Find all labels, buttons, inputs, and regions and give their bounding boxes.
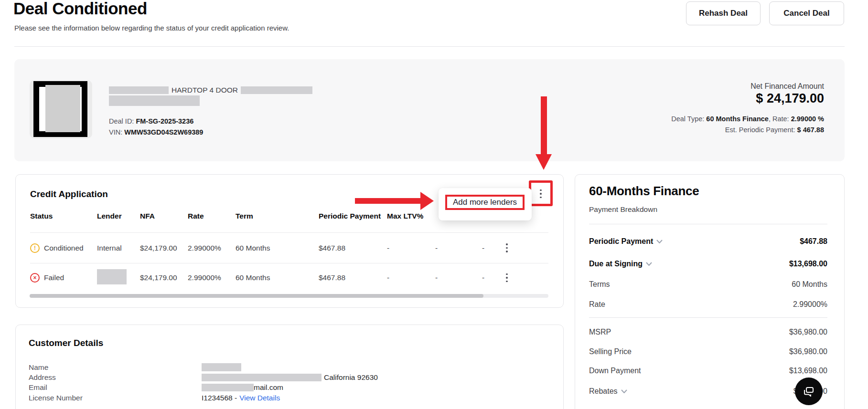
- horizontal-scrollbar-thumb[interactable]: [30, 294, 483, 298]
- license-number-label: License Number: [29, 394, 83, 402]
- table-row: ! Conditioned Internal $24,179.00 2.9900…: [30, 233, 511, 263]
- finance-row-label: Down Payment: [589, 367, 641, 375]
- finance-row-label: MSRP: [589, 328, 611, 336]
- est-periodic-line: Est. Periodic Payment: $ 467.88: [725, 126, 824, 134]
- due-at-signing-expander[interactable]: Due at Signing: [589, 260, 652, 268]
- finance-panel-subtitle: Payment Breakdown: [589, 205, 657, 214]
- finance-divider: [589, 317, 827, 318]
- net-financed-amount: $ 24,179.00: [756, 91, 824, 106]
- vin-label: VIN:: [109, 128, 122, 136]
- periodic-payment-cell: $467.88: [319, 244, 387, 252]
- finance-row-label: Rebates: [589, 387, 618, 396]
- annotation-box-kebab: [529, 180, 553, 206]
- error-icon: ×: [30, 273, 40, 283]
- redacted-vehicle-subtitle: [109, 95, 200, 106]
- est-periodic-value: $ 467.88: [797, 126, 824, 134]
- redacted-vehicle-trim: [241, 86, 312, 94]
- chevron-down-icon: [621, 389, 627, 393]
- column-header-periodic-payment: Periodic Payment: [319, 212, 387, 220]
- redacted-lender-name: [97, 269, 127, 284]
- finance-row-value: $13,698.00: [789, 367, 827, 375]
- address-label: Address: [29, 373, 56, 382]
- rebates-expander[interactable]: Rebates: [589, 387, 627, 396]
- table-kebab-menu-icon[interactable]: [536, 187, 545, 200]
- annotation-arrow-right-head: [420, 192, 434, 210]
- nfa-cell: $24,179.00: [140, 244, 188, 252]
- finance-row-value: 60 Months: [792, 280, 827, 289]
- deal-type-line: Deal Type: 60 Months Finance, Rate: 2.99…: [671, 115, 824, 123]
- row-kebab-menu-icon[interactable]: [503, 271, 511, 284]
- deal-id-label: Deal ID:: [109, 117, 134, 125]
- column-header-status: Status: [30, 212, 97, 220]
- view-details-link[interactable]: View Details: [239, 394, 280, 402]
- lender-cell: [97, 269, 140, 286]
- redacted-vehicle-image: [45, 85, 80, 132]
- status-text: Failed: [44, 273, 64, 282]
- deal-id-line: Deal ID: FM-SG-2025-3236: [109, 117, 193, 125]
- page-subtitle: Please see the information below regardi…: [14, 24, 289, 32]
- redacted-name: [202, 363, 241, 371]
- finance-row-rate: Rate 2.99000%: [589, 299, 827, 310]
- email-suffix-text: mail.com: [254, 383, 283, 392]
- chevron-down-icon: [646, 262, 652, 266]
- deal-summary-card: [14, 59, 845, 161]
- column-header-nfa: NFA: [140, 212, 188, 220]
- finance-row-rebates: Rebates $1,000.00: [589, 386, 827, 397]
- finance-row-due-at-signing: Due at Signing $13,698.00: [589, 258, 827, 270]
- empty-cell: -: [435, 273, 482, 282]
- max-ltv-cell: -: [387, 273, 435, 282]
- lender-cell: Internal: [97, 244, 140, 252]
- deal-conditioned-page: Deal Conditioned Please see the informat…: [0, 0, 868, 409]
- empty-cell: -: [482, 273, 503, 282]
- rate-value: 2.99000 %: [791, 115, 824, 123]
- warning-icon: !: [30, 243, 40, 253]
- email-label: Email: [29, 383, 47, 392]
- rate-cell: 2.99000%: [188, 244, 236, 252]
- finance-row-label: Periodic Payment: [589, 237, 653, 246]
- status-cell: × Failed: [30, 273, 97, 283]
- finance-row-label: Rate: [589, 300, 605, 309]
- add-more-lenders-menu-item[interactable]: Add more lenders: [445, 195, 525, 210]
- status-text: Conditioned: [44, 244, 84, 252]
- nfa-cell: $24,179.00: [140, 273, 188, 282]
- address-suffix-text: California 92630: [324, 373, 378, 382]
- redacted-vehicle-make: [109, 86, 169, 94]
- chevron-down-icon: [656, 240, 663, 243]
- term-cell: 60 Months: [236, 273, 319, 282]
- annotation-arrow-down-head: [536, 154, 552, 170]
- table-row: × Failed $24,179.00 2.99000% 60 Months $…: [30, 263, 511, 292]
- deal-type-label: Deal Type:: [671, 115, 704, 123]
- empty-cell: -: [482, 244, 503, 252]
- chat-icon: [803, 385, 815, 398]
- header-divider: [14, 46, 845, 47]
- email-value: mail.com: [202, 383, 283, 392]
- chat-button[interactable]: [795, 378, 823, 405]
- max-ltv-cell: -: [387, 244, 435, 252]
- credit-application-title: Credit Application: [30, 189, 108, 199]
- finance-row-selling-price: Selling Price $36,980.00: [589, 346, 827, 357]
- vehicle-title-text: HARDTOP 4 DOOR: [171, 86, 238, 94]
- column-header-rate: Rate: [188, 212, 236, 220]
- finance-row-label: Selling Price: [589, 347, 632, 356]
- name-label: Name: [29, 363, 48, 372]
- finance-row-label: Terms: [589, 280, 610, 289]
- periodic-payment-expander[interactable]: Periodic Payment: [589, 237, 663, 246]
- term-cell: 60 Months: [236, 244, 319, 252]
- net-financed-label: Net Financed Amount: [750, 82, 824, 91]
- column-header-lender: Lender: [97, 212, 140, 220]
- customer-details-title: Customer Details: [29, 338, 103, 348]
- finance-row-value: $467.88: [800, 237, 827, 246]
- finance-row-periodic-payment: Periodic Payment $467.88: [589, 236, 827, 247]
- vin-value: WMW53GD04S2W69389: [124, 128, 203, 136]
- address-value: California 92630: [202, 373, 378, 382]
- customer-details-card: [15, 325, 564, 409]
- license-number-text: I1234568 -: [202, 394, 237, 402]
- license-value: I1234568 - View Details: [202, 394, 280, 402]
- credit-table-header: Status Lender NFA Rate Term Periodic Pay…: [30, 209, 435, 224]
- cancel-deal-button[interactable]: Cancel Deal: [769, 1, 844, 25]
- lenders-menu-popup: Add more lenders: [439, 188, 532, 220]
- annotation-arrow-down: [541, 96, 547, 154]
- finance-row-label: Due at Signing: [589, 260, 643, 268]
- rehash-deal-button[interactable]: Rehash Deal: [686, 1, 761, 25]
- row-kebab-menu-icon[interactable]: [503, 241, 511, 255]
